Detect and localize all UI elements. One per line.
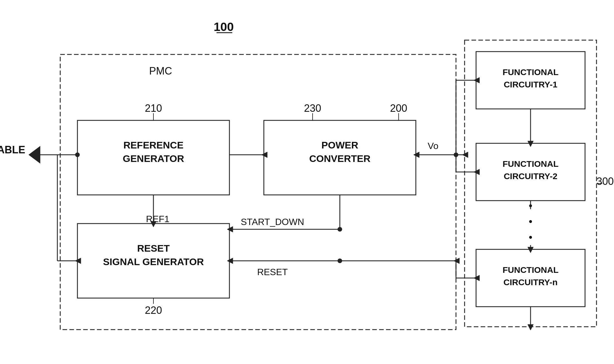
dots-3: • <box>529 231 533 243</box>
label-func2-2: CIRCUITRY-2 <box>504 171 557 181</box>
label-start-down: START_DOWN <box>241 217 304 227</box>
label-pmc: PMC <box>149 65 172 77</box>
diagram-container: 100 PMC REFERENCE GENERATOR 210 POWER CO… <box>0 0 614 364</box>
label-220: 220 <box>145 304 162 316</box>
label-reset: RESET <box>257 267 288 277</box>
label-210: 210 <box>145 102 162 114</box>
dots-2: • <box>529 216 533 227</box>
label-230: 230 <box>304 102 321 114</box>
label-func2-1: FUNCTIONAL <box>503 159 559 169</box>
label-power-conv-1: POWER <box>321 140 358 150</box>
label-reset-gen-1: RESET <box>137 243 170 254</box>
label-power-conv-2: CONVERTER <box>309 153 370 164</box>
label-300: 300 <box>597 175 614 187</box>
label-func1-1: FUNCTIONAL <box>503 67 559 77</box>
svg-point-17 <box>75 152 80 157</box>
label-funcn-2: CIRCUITRY-n <box>504 277 558 287</box>
label-reset-gen-2: SIGNAL GENERATOR <box>103 256 204 267</box>
label-100: 100 <box>214 20 234 34</box>
label-funcn-1: FUNCTIONAL <box>503 265 559 275</box>
label-vo: Vo <box>428 141 438 151</box>
label-ref-gen-1: REFERENCE <box>123 140 184 150</box>
label-200: 200 <box>390 102 407 114</box>
label-ref1: REF1 <box>146 214 169 224</box>
label-enable: ENABLE <box>0 144 25 156</box>
label-ref-gen-2: GENERATOR <box>123 153 184 164</box>
label-func1-2: CIRCUITRY-1 <box>504 80 557 89</box>
